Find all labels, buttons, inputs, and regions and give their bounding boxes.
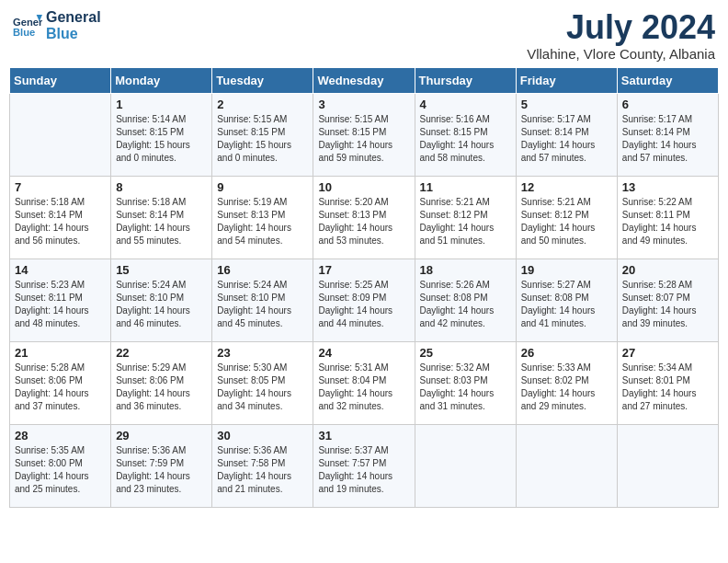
day-info: Sunrise: 5:26 AM Sunset: 8:08 PM Dayligh… — [420, 279, 511, 330]
day-number: 17 — [318, 263, 409, 277]
col-tuesday: Tuesday — [212, 67, 313, 93]
logo-icon: General Blue — [13, 11, 42, 40]
calendar-cell: 22Sunrise: 5:29 AM Sunset: 8:06 PM Dayli… — [111, 341, 212, 424]
col-monday: Monday — [111, 67, 212, 93]
day-info: Sunrise: 5:14 AM Sunset: 8:15 PM Dayligh… — [116, 113, 207, 165]
calendar-cell: 2Sunrise: 5:15 AM Sunset: 8:15 PM Daylig… — [212, 93, 313, 176]
calendar-table: Sunday Monday Tuesday Wednesday Thursday… — [9, 67, 719, 508]
day-number: 21 — [15, 346, 106, 360]
calendar-cell: 7Sunrise: 5:18 AM Sunset: 8:14 PM Daylig… — [10, 176, 111, 259]
day-number: 26 — [521, 346, 612, 360]
calendar-cell: 15Sunrise: 5:24 AM Sunset: 8:10 PM Dayli… — [111, 259, 212, 341]
day-number: 18 — [420, 263, 511, 277]
calendar-cell: 31Sunrise: 5:37 AM Sunset: 7:57 PM Dayli… — [313, 424, 415, 507]
calendar-cell: 20Sunrise: 5:28 AM Sunset: 8:07 PM Dayli… — [617, 259, 718, 341]
day-number: 1 — [116, 98, 207, 111]
calendar-week-1: 1Sunrise: 5:14 AM Sunset: 8:15 PM Daylig… — [10, 93, 719, 176]
col-friday: Friday — [516, 67, 617, 93]
calendar-cell: 16Sunrise: 5:24 AM Sunset: 8:10 PM Dayli… — [212, 259, 313, 341]
day-info: Sunrise: 5:21 AM Sunset: 8:12 PM Dayligh… — [521, 196, 612, 247]
day-number: 4 — [420, 98, 511, 111]
day-number: 3 — [318, 98, 409, 111]
col-thursday: Thursday — [415, 67, 516, 93]
day-info: Sunrise: 5:29 AM Sunset: 8:06 PM Dayligh… — [116, 362, 207, 413]
calendar-cell: 26Sunrise: 5:33 AM Sunset: 8:02 PM Dayli… — [516, 341, 617, 424]
calendar-cell: 25Sunrise: 5:32 AM Sunset: 8:03 PM Dayli… — [415, 341, 516, 424]
calendar-header: Sunday Monday Tuesday Wednesday Thursday… — [10, 67, 719, 93]
day-info: Sunrise: 5:36 AM Sunset: 7:59 PM Dayligh… — [116, 444, 207, 496]
logo-line1: General — [46, 9, 101, 26]
calendar-cell: 1Sunrise: 5:14 AM Sunset: 8:15 PM Daylig… — [111, 93, 212, 176]
calendar-cell: 17Sunrise: 5:25 AM Sunset: 8:09 PM Dayli… — [313, 259, 415, 341]
calendar-week-3: 14Sunrise: 5:23 AM Sunset: 8:11 PM Dayli… — [10, 259, 719, 341]
calendar-cell: 21Sunrise: 5:28 AM Sunset: 8:06 PM Dayli… — [10, 341, 111, 424]
day-number: 11 — [420, 180, 511, 194]
calendar-cell: 5Sunrise: 5:17 AM Sunset: 8:14 PM Daylig… — [516, 93, 617, 176]
svg-text:Blue: Blue — [13, 27, 35, 38]
day-number: 9 — [217, 180, 308, 194]
calendar-cell: 14Sunrise: 5:23 AM Sunset: 8:11 PM Dayli… — [10, 259, 111, 341]
day-number: 27 — [622, 346, 713, 360]
day-info: Sunrise: 5:21 AM Sunset: 8:12 PM Dayligh… — [420, 196, 511, 247]
month-year-title: July 2024 — [527, 9, 715, 46]
day-info: Sunrise: 5:30 AM Sunset: 8:05 PM Dayligh… — [217, 362, 308, 413]
day-info: Sunrise: 5:22 AM Sunset: 8:11 PM Dayligh… — [622, 196, 713, 247]
svg-text:General: General — [13, 17, 42, 28]
day-info: Sunrise: 5:17 AM Sunset: 8:14 PM Dayligh… — [521, 113, 612, 165]
day-info: Sunrise: 5:31 AM Sunset: 8:04 PM Dayligh… — [318, 362, 409, 413]
col-saturday: Saturday — [617, 67, 718, 93]
day-info: Sunrise: 5:27 AM Sunset: 8:08 PM Dayligh… — [521, 279, 612, 330]
title-area: July 2024 Vllahine, Vlore County, Albani… — [527, 9, 715, 62]
day-info: Sunrise: 5:37 AM Sunset: 7:57 PM Dayligh… — [318, 444, 409, 496]
day-number: 10 — [318, 180, 409, 194]
day-number: 15 — [116, 263, 207, 277]
calendar-cell: 12Sunrise: 5:21 AM Sunset: 8:12 PM Dayli… — [516, 176, 617, 259]
day-number: 14 — [15, 263, 106, 277]
calendar-cell — [10, 93, 111, 176]
day-info: Sunrise: 5:24 AM Sunset: 8:10 PM Dayligh… — [217, 279, 308, 330]
day-info: Sunrise: 5:36 AM Sunset: 7:58 PM Dayligh… — [217, 444, 308, 496]
calendar-cell: 9Sunrise: 5:19 AM Sunset: 8:13 PM Daylig… — [212, 176, 313, 259]
calendar-week-5: 28Sunrise: 5:35 AM Sunset: 8:00 PM Dayli… — [10, 424, 719, 507]
location-subtitle: Vllahine, Vlore County, Albania — [527, 46, 715, 62]
day-number: 28 — [15, 429, 106, 442]
day-info: Sunrise: 5:17 AM Sunset: 8:14 PM Dayligh… — [622, 113, 713, 165]
day-number: 31 — [318, 429, 409, 442]
day-info: Sunrise: 5:33 AM Sunset: 8:02 PM Dayligh… — [521, 362, 612, 413]
day-number: 20 — [622, 263, 713, 277]
day-number: 19 — [521, 263, 612, 277]
day-info: Sunrise: 5:28 AM Sunset: 8:06 PM Dayligh… — [15, 362, 106, 413]
logo-line2: Blue — [46, 26, 101, 42]
calendar-cell: 18Sunrise: 5:26 AM Sunset: 8:08 PM Dayli… — [415, 259, 516, 341]
day-number: 16 — [217, 263, 308, 277]
day-number: 6 — [622, 98, 713, 111]
day-info: Sunrise: 5:15 AM Sunset: 8:15 PM Dayligh… — [318, 113, 409, 165]
day-info: Sunrise: 5:32 AM Sunset: 8:03 PM Dayligh… — [420, 362, 511, 413]
day-number: 7 — [15, 180, 106, 194]
col-wednesday: Wednesday — [313, 67, 415, 93]
calendar-body: 1Sunrise: 5:14 AM Sunset: 8:15 PM Daylig… — [10, 93, 719, 507]
day-info: Sunrise: 5:20 AM Sunset: 8:13 PM Dayligh… — [318, 196, 409, 247]
calendar-week-4: 21Sunrise: 5:28 AM Sunset: 8:06 PM Dayli… — [10, 341, 719, 424]
day-number: 5 — [521, 98, 612, 111]
calendar-cell: 27Sunrise: 5:34 AM Sunset: 8:01 PM Dayli… — [617, 341, 718, 424]
day-info: Sunrise: 5:16 AM Sunset: 8:15 PM Dayligh… — [420, 113, 511, 165]
calendar-cell: 13Sunrise: 5:22 AM Sunset: 8:11 PM Dayli… — [617, 176, 718, 259]
calendar-cell: 19Sunrise: 5:27 AM Sunset: 8:08 PM Dayli… — [516, 259, 617, 341]
calendar-cell: 23Sunrise: 5:30 AM Sunset: 8:05 PM Dayli… — [212, 341, 313, 424]
day-info: Sunrise: 5:15 AM Sunset: 8:15 PM Dayligh… — [217, 113, 308, 165]
day-number: 22 — [116, 346, 207, 360]
calendar-cell: 28Sunrise: 5:35 AM Sunset: 8:00 PM Dayli… — [10, 424, 111, 507]
day-info: Sunrise: 5:34 AM Sunset: 8:01 PM Dayligh… — [622, 362, 713, 413]
calendar-cell: 29Sunrise: 5:36 AM Sunset: 7:59 PM Dayli… — [111, 424, 212, 507]
calendar-week-2: 7Sunrise: 5:18 AM Sunset: 8:14 PM Daylig… — [10, 176, 719, 259]
calendar-cell: 30Sunrise: 5:36 AM Sunset: 7:58 PM Dayli… — [212, 424, 313, 507]
day-number: 29 — [116, 429, 207, 442]
col-sunday: Sunday — [10, 67, 111, 93]
calendar-cell: 3Sunrise: 5:15 AM Sunset: 8:15 PM Daylig… — [313, 93, 415, 176]
day-number: 12 — [521, 180, 612, 194]
calendar-cell — [415, 424, 516, 507]
calendar-cell: 8Sunrise: 5:18 AM Sunset: 8:14 PM Daylig… — [111, 176, 212, 259]
calendar-cell — [516, 424, 617, 507]
calendar-cell: 10Sunrise: 5:20 AM Sunset: 8:13 PM Dayli… — [313, 176, 415, 259]
